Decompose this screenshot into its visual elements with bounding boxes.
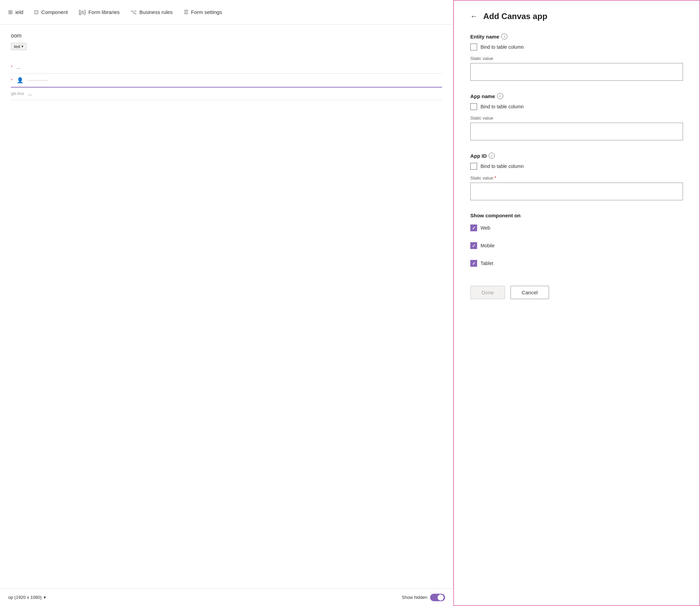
bottom-bar: op (1920 x 1080) ▾ Show hidden bbox=[0, 588, 453, 606]
show-tablet-row: Tablet bbox=[470, 260, 683, 267]
show-hidden-label: Show hidden bbox=[402, 595, 427, 600]
field-icon: ⊞ bbox=[8, 9, 13, 15]
entity-static-input[interactable] bbox=[470, 63, 683, 81]
panel-title: Add Canvas app bbox=[483, 12, 547, 21]
show-web-checkbox[interactable] bbox=[470, 224, 477, 231]
top-nav: ⊞ ield ⊡ Component [js] Form libraries ⌥… bbox=[0, 0, 453, 25]
form-area: oom ted ▾ * ... * 👤 gle-line ... bbox=[0, 25, 453, 108]
app-name-static-label: Static value bbox=[470, 115, 683, 121]
bottom-buttons: Done Cancel bbox=[470, 286, 683, 299]
app-name-bind-checkbox[interactable] bbox=[470, 103, 477, 110]
right-panel: ← Add Canvas app Entity name i Bind to t… bbox=[453, 0, 700, 606]
nav-item-component[interactable]: ⊡ Component bbox=[34, 7, 68, 17]
main-area: ⊞ ield ⊡ Component [js] Form libraries ⌥… bbox=[0, 0, 453, 606]
nav-item-form-libraries[interactable]: [js] Form libraries bbox=[79, 8, 120, 17]
businessrules-icon: ⌥ bbox=[131, 9, 137, 15]
app-id-static-input[interactable] bbox=[470, 183, 683, 200]
show-tablet-checkbox[interactable] bbox=[470, 260, 477, 267]
required-dot-1: * bbox=[11, 65, 13, 69]
back-button[interactable]: ← bbox=[470, 12, 478, 21]
viewport-selector[interactable]: op (1920 x 1080) ▾ bbox=[8, 595, 46, 600]
nav-item-field[interactable]: ⊞ ield bbox=[8, 7, 23, 17]
form-row-singleline: gle-line ... bbox=[11, 88, 442, 100]
viewport-label: op (1920 x 1080) bbox=[8, 595, 42, 600]
app-id-bind-checkbox-row: Bind to table column bbox=[470, 163, 683, 170]
entity-bind-checkbox-row: Bind to table column bbox=[470, 44, 683, 50]
show-web-row: Web bbox=[470, 224, 683, 231]
component-icon: ⊡ bbox=[34, 9, 39, 15]
entity-name-info-icon[interactable]: i bbox=[501, 33, 507, 40]
app-id-label: App ID i bbox=[470, 153, 683, 159]
panel-header: ← Add Canvas app bbox=[470, 12, 683, 21]
show-mobile-row: Mobile bbox=[470, 242, 683, 249]
app-name-label: App name i bbox=[470, 93, 683, 99]
show-mobile-checkbox[interactable] bbox=[470, 242, 477, 249]
entity-bind-checkbox[interactable] bbox=[470, 44, 477, 50]
done-button: Done bbox=[470, 286, 505, 299]
form-row-ellipsis-1: * ... bbox=[11, 61, 442, 74]
show-hidden-switch[interactable] bbox=[430, 594, 445, 601]
required-dot-2: * bbox=[11, 78, 13, 83]
nav-item-form-settings[interactable]: ☰ Form settings bbox=[184, 7, 222, 17]
show-component-checkbox-group: Web Mobile Tablet bbox=[470, 224, 683, 272]
cancel-button[interactable]: Cancel bbox=[511, 286, 549, 299]
show-hidden-toggle[interactable]: Show hidden bbox=[402, 594, 445, 601]
show-component-label: Show component on bbox=[470, 213, 683, 218]
person-label-blurred bbox=[28, 80, 48, 81]
app-id-section: App ID i Bind to table column Static val… bbox=[470, 153, 683, 210]
app-name-bind-checkbox-row: Bind to table column bbox=[470, 103, 683, 110]
selected-badge[interactable]: ted ▾ bbox=[11, 43, 27, 50]
entity-name-section: Entity name i Bind to table column Stati… bbox=[470, 33, 683, 90]
form-rows: * ... * 👤 gle-line ... bbox=[11, 61, 442, 100]
app-id-static-label: Static value * bbox=[470, 175, 683, 181]
app-name-static-input[interactable] bbox=[470, 123, 683, 140]
entity-name-label: Entity name i bbox=[470, 33, 683, 40]
entity-static-label: Static value bbox=[470, 56, 683, 61]
chevron-down-icon: ▾ bbox=[21, 44, 24, 49]
toggle-knob bbox=[438, 594, 444, 601]
form-row-person: * 👤 bbox=[11, 74, 442, 88]
nav-item-business-rules[interactable]: ⌥ Business rules bbox=[131, 7, 173, 17]
chevron-down-icon-viewport: ▾ bbox=[44, 595, 46, 600]
app-id-required-star: * bbox=[494, 175, 496, 181]
app-name-info-icon[interactable]: i bbox=[497, 93, 503, 99]
app-id-bind-checkbox[interactable] bbox=[470, 163, 477, 170]
formlibrary-icon: [js] bbox=[79, 9, 86, 15]
person-icon: 👤 bbox=[17, 77, 24, 83]
app-id-info-icon[interactable]: i bbox=[489, 153, 495, 159]
app-name-section: App name i Bind to table column Static v… bbox=[470, 93, 683, 150]
formsettings-icon: ☰ bbox=[184, 9, 188, 15]
room-label: oom bbox=[11, 33, 442, 39]
